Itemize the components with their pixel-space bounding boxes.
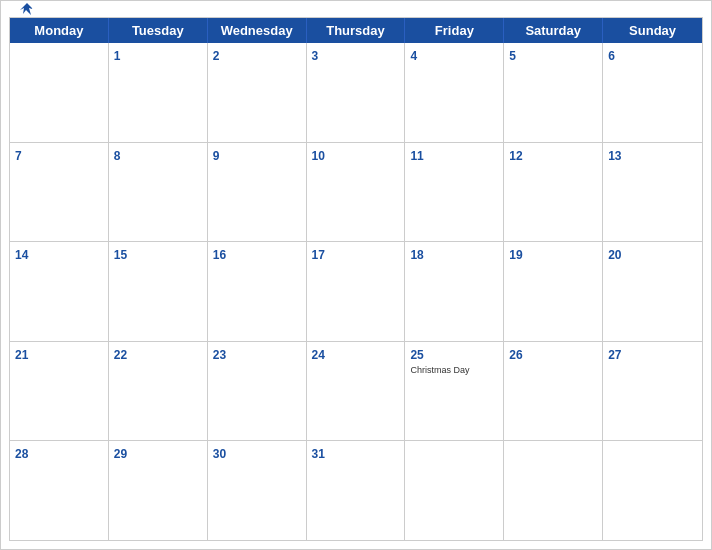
day-number: 24 bbox=[312, 348, 325, 362]
day-cell: 13 bbox=[603, 143, 702, 242]
day-number: 5 bbox=[509, 49, 516, 63]
day-number: 27 bbox=[608, 348, 621, 362]
day-number: 28 bbox=[15, 447, 28, 461]
day-number: 29 bbox=[114, 447, 127, 461]
day-cell: 21 bbox=[10, 342, 109, 441]
day-cell: 29 bbox=[109, 441, 208, 540]
day-cell: 2 bbox=[208, 43, 307, 142]
day-cell: 15 bbox=[109, 242, 208, 341]
week-row-1: 123456 bbox=[10, 43, 702, 143]
day-number: 14 bbox=[15, 248, 28, 262]
day-cell: 7 bbox=[10, 143, 109, 242]
header-thursday: Thursday bbox=[307, 18, 406, 43]
day-cell: 26 bbox=[504, 342, 603, 441]
day-cell: 31 bbox=[307, 441, 406, 540]
day-cell: 28 bbox=[10, 441, 109, 540]
week-row-3: 14151617181920 bbox=[10, 242, 702, 342]
day-cell: 30 bbox=[208, 441, 307, 540]
page-header bbox=[1, 1, 711, 17]
day-cell: 8 bbox=[109, 143, 208, 242]
day-number: 16 bbox=[213, 248, 226, 262]
day-number: 22 bbox=[114, 348, 127, 362]
day-cell: 19 bbox=[504, 242, 603, 341]
day-cell: 24 bbox=[307, 342, 406, 441]
header-sunday: Sunday bbox=[603, 18, 702, 43]
header-monday: Monday bbox=[10, 18, 109, 43]
day-cell: 12 bbox=[504, 143, 603, 242]
week-row-2: 78910111213 bbox=[10, 143, 702, 243]
day-number: 9 bbox=[213, 149, 220, 163]
day-number: 10 bbox=[312, 149, 325, 163]
day-cell bbox=[504, 441, 603, 540]
day-number: 21 bbox=[15, 348, 28, 362]
day-cell: 4 bbox=[405, 43, 504, 142]
day-cell: 20 bbox=[603, 242, 702, 341]
calendar-page: Monday Tuesday Wednesday Thursday Friday… bbox=[0, 0, 712, 550]
day-cell: 22 bbox=[109, 342, 208, 441]
day-number: 7 bbox=[15, 149, 22, 163]
day-cell bbox=[10, 43, 109, 142]
header-friday: Friday bbox=[405, 18, 504, 43]
day-cell: 6 bbox=[603, 43, 702, 142]
day-cell bbox=[603, 441, 702, 540]
holiday-label: Christmas Day bbox=[410, 365, 498, 375]
day-number: 6 bbox=[608, 49, 615, 63]
day-cell: 16 bbox=[208, 242, 307, 341]
day-number: 19 bbox=[509, 248, 522, 262]
weekday-headers: Monday Tuesday Wednesday Thursday Friday… bbox=[10, 18, 702, 43]
day-cell: 3 bbox=[307, 43, 406, 142]
day-number: 11 bbox=[410, 149, 423, 163]
week-row-4: 2122232425Christmas Day2627 bbox=[10, 342, 702, 442]
header-saturday: Saturday bbox=[504, 18, 603, 43]
day-cell: 23 bbox=[208, 342, 307, 441]
day-cell: 11 bbox=[405, 143, 504, 242]
day-number: 12 bbox=[509, 149, 522, 163]
day-number: 26 bbox=[509, 348, 522, 362]
day-number: 30 bbox=[213, 447, 226, 461]
day-cell bbox=[405, 441, 504, 540]
day-number: 17 bbox=[312, 248, 325, 262]
day-number: 31 bbox=[312, 447, 325, 461]
day-cell: 5 bbox=[504, 43, 603, 142]
svg-marker-0 bbox=[20, 3, 33, 15]
week-row-5: 28293031 bbox=[10, 441, 702, 540]
generalblue-logo bbox=[17, 1, 35, 17]
day-number: 2 bbox=[213, 49, 220, 63]
day-cell: 25Christmas Day bbox=[405, 342, 504, 441]
calendar-body: 1234567891011121314151617181920212223242… bbox=[10, 43, 702, 540]
day-number: 8 bbox=[114, 149, 121, 163]
calendar-grid: Monday Tuesday Wednesday Thursday Friday… bbox=[9, 17, 703, 541]
day-number: 25 bbox=[410, 348, 423, 362]
day-number: 3 bbox=[312, 49, 319, 63]
day-cell: 27 bbox=[603, 342, 702, 441]
day-number: 15 bbox=[114, 248, 127, 262]
day-number: 4 bbox=[410, 49, 417, 63]
day-number: 1 bbox=[114, 49, 121, 63]
day-cell: 17 bbox=[307, 242, 406, 341]
bird-icon bbox=[19, 1, 35, 17]
day-cell: 14 bbox=[10, 242, 109, 341]
day-number: 20 bbox=[608, 248, 621, 262]
header-wednesday: Wednesday bbox=[208, 18, 307, 43]
day-number: 18 bbox=[410, 248, 423, 262]
day-cell: 10 bbox=[307, 143, 406, 242]
header-tuesday: Tuesday bbox=[109, 18, 208, 43]
day-cell: 1 bbox=[109, 43, 208, 142]
day-cell: 18 bbox=[405, 242, 504, 341]
day-number: 13 bbox=[608, 149, 621, 163]
day-number: 23 bbox=[213, 348, 226, 362]
day-cell: 9 bbox=[208, 143, 307, 242]
